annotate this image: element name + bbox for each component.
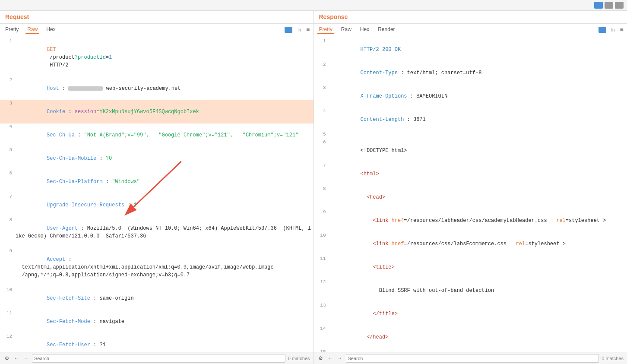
- grid-icon[interactable]: [594, 2, 603, 9]
- main-container: Request Pretty Raw Hex ln ≡ 1 GET /produ…: [0, 11, 627, 364]
- menu-icon-request[interactable]: ≡: [306, 26, 310, 33]
- request-content: 1 GET /product?productId=1 HTTP/2 2 Host…: [0, 36, 314, 352]
- response-panel: Response Pretty Raw Hex Render ln ≡ 1 HT…: [314, 11, 627, 364]
- menu-icon-response[interactable]: ≡: [620, 26, 624, 33]
- minimize-icon[interactable]: [605, 2, 613, 9]
- search-input-response[interactable]: [346, 354, 599, 363]
- tab-hex-request[interactable]: Hex: [44, 25, 57, 34]
- host-masked: [68, 86, 103, 91]
- request-line-8: 8 User-Agent : Mozilla/5.0 (Windows NT 1…: [0, 217, 314, 248]
- request-line-1: 1 GET /product?productId=1 HTTP/2: [0, 38, 314, 77]
- response-line-10: 10 <link href=/resources/css/labsEcommer…: [314, 232, 627, 256]
- request-line-3: 3 Cookie : session=YK2xMpuNsujY6wvo5F4SQ…: [0, 100, 314, 123]
- settings-icon-request[interactable]: ⚙: [3, 355, 10, 362]
- top-bar: [0, 0, 627, 11]
- request-line-7: 7 Upgrade-Insecure-Requests : 1: [0, 193, 314, 217]
- response-line-2: 2 Content-Type : text/html; charset=utf-…: [314, 61, 627, 85]
- response-line-9: 9 <link href=/resources/labheader/css/ac…: [314, 209, 627, 232]
- tab-raw-response[interactable]: Raw: [339, 25, 353, 34]
- response-line-5: 5: [314, 131, 627, 139]
- response-line-11: 11 <title>: [314, 256, 627, 279]
- response-line-12: 12 Blind SSRF with out-of-band detection: [314, 279, 627, 302]
- request-header: Request: [0, 11, 314, 24]
- request-bottom-bar: ⚙ ← → 0 matches: [0, 352, 314, 364]
- response-line-8: 8 <head>: [314, 186, 627, 209]
- forward-nav-response[interactable]: →: [336, 355, 343, 362]
- response-line-4: 4 Content-Length : 3671: [314, 108, 627, 131]
- request-line-11: 11 Sec-Fetch-Mode : navigate: [0, 310, 314, 333]
- request-title: Request: [5, 13, 29, 20]
- match-count-response: 0 matches: [602, 356, 624, 361]
- response-line-1: 1 HTTP/2 200 OK: [314, 38, 627, 61]
- response-line-13: 13 </title>: [314, 302, 627, 326]
- search-input-request[interactable]: [32, 354, 285, 363]
- forward-nav-request[interactable]: →: [22, 355, 29, 362]
- response-bottom-bar: ⚙ ← → 0 matches: [314, 352, 627, 364]
- tab-render-response[interactable]: Render: [376, 25, 396, 34]
- back-nav-response[interactable]: ←: [327, 355, 334, 362]
- back-nav-request[interactable]: ←: [13, 355, 20, 362]
- request-line-9: 9 Accept : text/html,application/xhtml+x…: [0, 248, 314, 287]
- tab-raw-request[interactable]: Raw: [25, 25, 39, 34]
- response-line-15: 15 <body>: [314, 349, 627, 352]
- response-title: Response: [319, 13, 348, 20]
- request-panel: Request Pretty Raw Hex ln ≡ 1 GET /produ…: [0, 11, 314, 364]
- window-controls: [594, 2, 624, 9]
- tab-hex-response[interactable]: Hex: [358, 25, 371, 34]
- match-count-request: 0 matches: [288, 356, 310, 361]
- response-content: 1 HTTP/2 200 OK 2 Content-Type : text/ht…: [314, 36, 627, 352]
- ln-toggle-response[interactable]: ln: [611, 28, 615, 32]
- response-line-14: 14 </head>: [314, 326, 627, 349]
- response-line-6: 6 <!DOCTYPE html>: [314, 139, 627, 162]
- request-line-4: 4 Sec-Ch-Ua : "Not A(Brand";v="99", "Goo…: [0, 123, 314, 147]
- close-icon[interactable]: [615, 2, 624, 9]
- response-header: Response: [314, 11, 627, 24]
- request-line-6: 6 Sec-Ch-Ua-Platform : "Windows": [0, 170, 314, 193]
- ln-toggle-request[interactable]: ln: [298, 28, 301, 32]
- request-tab-bar: Pretty Raw Hex ln ≡: [0, 24, 314, 36]
- tab-pretty-response[interactable]: Pretty: [317, 25, 334, 34]
- response-line-3: 3 X-Frame-Options : SAMEORIGIN: [314, 85, 627, 108]
- request-line-5: 5 Sec-Ch-Ua-Mobile : ?0: [0, 147, 314, 170]
- request-line-2: 2 Host : web-security-academy.net: [0, 77, 314, 100]
- response-line-7: 7 <html>: [314, 162, 627, 186]
- copy-icon[interactable]: [285, 27, 292, 33]
- request-line-10: 10 Sec-Fetch-Site : same-origin: [0, 287, 314, 310]
- request-line-12: 12 Sec-Fetch-User : ?1: [0, 333, 314, 352]
- response-tab-bar: Pretty Raw Hex Render ln ≡: [314, 24, 627, 36]
- tab-pretty-request[interactable]: Pretty: [3, 25, 20, 34]
- settings-icon-response[interactable]: ⚙: [317, 355, 324, 362]
- copy-icon-response[interactable]: [598, 27, 606, 33]
- method: GET: [47, 47, 56, 53]
